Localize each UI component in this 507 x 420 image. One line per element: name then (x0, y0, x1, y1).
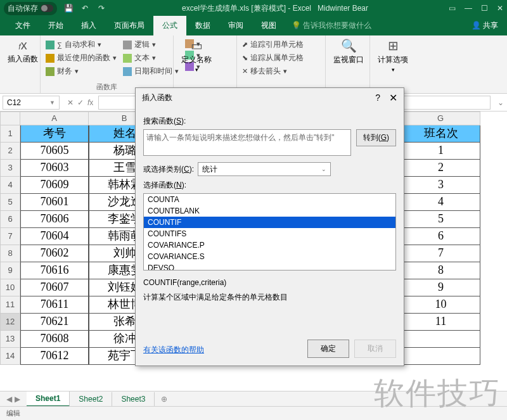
tab-home[interactable]: 开始 (39, 16, 72, 35)
save-icon[interactable]: 💾 (63, 3, 74, 13)
row-header[interactable]: 12 (0, 314, 20, 331)
cell[interactable]: 70607 (20, 279, 89, 296)
row-header[interactable]: 6 (0, 211, 20, 228)
category-select[interactable]: 统计 ⌄ (198, 162, 331, 176)
tell-me-search[interactable]: 告诉我你想要做什么 (285, 16, 463, 35)
cancel-button[interactable]: 取消 (354, 340, 396, 358)
row-header[interactable]: 14 (0, 348, 20, 365)
cell[interactable]: 9 (401, 279, 480, 296)
row-header[interactable]: 5 (0, 194, 20, 211)
share-button[interactable]: 👤 共享 (463, 16, 507, 35)
cell[interactable]: 1 (401, 143, 480, 160)
cell[interactable]: 70611 (20, 296, 89, 314)
maximize-icon[interactable]: ☐ (481, 4, 488, 13)
tab-data[interactable]: 数据 (186, 16, 219, 35)
text-button[interactable]: 文本 ▾ (123, 53, 179, 63)
cell[interactable]: 70606 (20, 211, 89, 228)
cell[interactable]: 4 (401, 194, 480, 211)
tab-insert[interactable]: 插入 (72, 16, 105, 35)
cell[interactable]: 5 (401, 211, 480, 228)
cell[interactable]: 11 (401, 314, 480, 331)
row-header[interactable]: 11 (0, 296, 20, 314)
trace-precedents-button[interactable]: ⬈ 追踪引用单元格 (242, 39, 320, 50)
expand-formula-bar-icon[interactable]: ⌄ (494, 98, 507, 107)
recent-functions-button[interactable]: 最近使用的函数 ▾ (46, 53, 117, 63)
row-header[interactable]: 8 (0, 245, 20, 262)
dialog-close-icon[interactable]: ✕ (389, 92, 397, 104)
function-list-item[interactable]: COVARIANCE.S (144, 251, 395, 262)
dialog-help-icon[interactable]: ? (375, 92, 380, 103)
column-header[interactable]: G (401, 111, 480, 125)
function-list-item[interactable]: COUNTBLANK (144, 205, 395, 217)
function-list[interactable]: COUNTACOUNTBLANKCOUNTIFCOUNTIFSCOVARIANC… (143, 193, 396, 270)
tab-formulas[interactable]: 公式 (153, 16, 186, 35)
cell[interactable]: 6 (401, 228, 480, 245)
autosave-toggle[interactable]: 自动保存 (4, 2, 57, 15)
sheet-tab-3[interactable]: Sheet3 (112, 392, 155, 406)
cell[interactable]: 70612 (20, 348, 89, 365)
cell[interactable]: 7 (401, 245, 480, 262)
cell[interactable]: 70604 (20, 228, 89, 245)
tab-view[interactable]: 视图 (252, 16, 285, 35)
row-header[interactable]: 2 (0, 143, 20, 160)
sheet-tab-2[interactable]: Sheet2 (70, 392, 112, 406)
row-header[interactable]: 13 (0, 331, 20, 348)
cell[interactable]: 70601 (20, 194, 89, 211)
calc-options-button[interactable]: ⊞ 计算选项▾ (375, 38, 411, 73)
cell[interactable]: 考号 (20, 125, 89, 143)
tab-file[interactable]: 文件 (6, 16, 39, 35)
accept-formula-icon[interactable]: ✓ (77, 98, 84, 107)
minimize-icon[interactable]: — (465, 4, 472, 13)
row-header[interactable]: 7 (0, 228, 20, 245)
cell[interactable]: 70608 (20, 331, 89, 348)
go-button[interactable]: 转到(G) (356, 129, 396, 146)
cell[interactable]: 班名次 (401, 125, 480, 143)
function-list-item[interactable]: DEVSQ (144, 262, 395, 270)
remove-arrows-button[interactable]: ✕ 移去箭头 ▾ (242, 66, 320, 77)
trace-dependents-button[interactable]: ⬊ 追踪从属单元格 (242, 53, 320, 63)
financial-button[interactable]: 财务 ▾ (46, 66, 117, 77)
cell[interactable]: 70602 (20, 245, 89, 262)
function-help-link[interactable]: 有关该函数的帮助 (143, 345, 204, 355)
sheet-nav-prev-icon[interactable]: ◀ (6, 395, 12, 404)
sheet-nav-next-icon[interactable]: ▶ (15, 395, 20, 404)
cell[interactable]: 70603 (20, 160, 89, 177)
function-list-item[interactable]: COVARIANCE.P (144, 239, 395, 251)
cell[interactable] (401, 348, 480, 365)
row-header[interactable]: 4 (0, 177, 20, 194)
redo-icon[interactable]: ↷ (96, 3, 106, 13)
cell[interactable]: 70609 (20, 177, 89, 194)
fx-icon[interactable]: fx (87, 98, 93, 107)
sheet-tab-1[interactable]: Sheet1 (27, 391, 70, 407)
ribbon-options-icon[interactable]: ▭ (449, 4, 456, 13)
cell[interactable]: 2 (401, 160, 480, 177)
row-header[interactable]: 1 (0, 125, 20, 143)
tab-layout[interactable]: 页面布局 (105, 16, 153, 35)
cell[interactable]: 70616 (20, 262, 89, 279)
function-list-item[interactable]: COUNTIFS (144, 228, 395, 239)
row-header[interactable]: 10 (0, 279, 20, 296)
cell[interactable] (401, 331, 480, 348)
function-list-item[interactable]: COUNTIF (144, 217, 395, 228)
cell[interactable]: 10 (401, 296, 480, 314)
undo-icon[interactable]: ↶ (80, 3, 90, 13)
select-all-corner[interactable] (0, 111, 20, 125)
insert-function-button[interactable]: fx 插入函数 (5, 38, 41, 65)
add-sheet-button[interactable]: ⊕ (155, 392, 174, 406)
autosum-button[interactable]: ∑ 自动求和 ▾ (46, 39, 117, 50)
function-list-item[interactable]: COUNTA (144, 194, 395, 205)
cancel-formula-icon[interactable]: ✕ (67, 98, 74, 107)
watch-window-button[interactable]: 🔍 监视窗口 (331, 38, 366, 65)
cell[interactable]: 3 (401, 177, 480, 194)
name-box[interactable]: C12 ▼ (3, 96, 60, 110)
cell[interactable]: 70605 (20, 143, 89, 160)
column-header[interactable]: A (20, 111, 89, 125)
row-header[interactable]: 3 (0, 160, 20, 177)
datetime-button[interactable]: 日期和时间 ▾ (123, 66, 179, 77)
define-name-button[interactable]: ▭ 定义名称▾ (179, 38, 214, 73)
cell[interactable]: 70621 (20, 314, 89, 331)
ok-button[interactable]: 确定 (307, 340, 349, 358)
close-icon[interactable]: ✕ (497, 4, 503, 13)
row-header[interactable]: 9 (0, 262, 20, 279)
logical-button[interactable]: 逻辑 ▾ (123, 39, 179, 50)
